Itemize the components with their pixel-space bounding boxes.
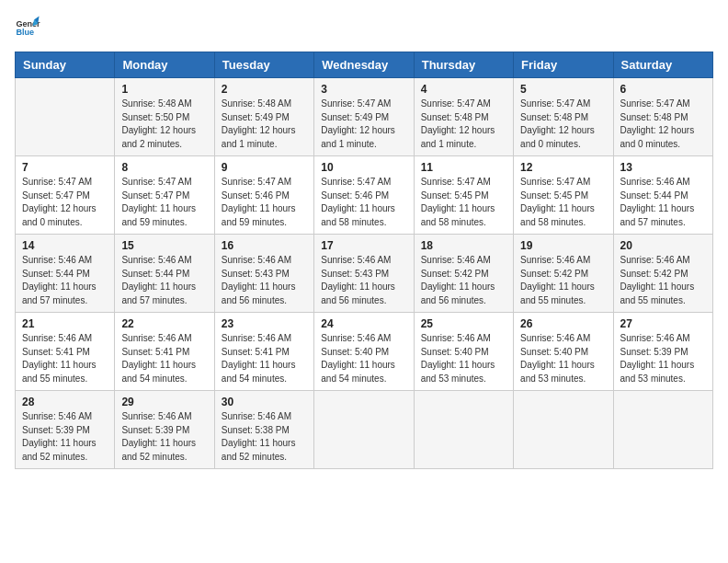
- day-cell: 26Sunrise: 5:46 AM Sunset: 5:40 PM Dayli…: [514, 313, 613, 391]
- day-cell: 5Sunrise: 5:47 AM Sunset: 5:48 PM Daylig…: [514, 78, 613, 156]
- day-cell: 22Sunrise: 5:46 AM Sunset: 5:41 PM Dayli…: [115, 313, 214, 391]
- day-number: 9: [222, 161, 307, 174]
- day-number: 2: [222, 83, 307, 96]
- day-cell: 15Sunrise: 5:46 AM Sunset: 5:44 PM Dayli…: [115, 235, 214, 313]
- day-number: 16: [222, 239, 307, 252]
- day-cell: 20Sunrise: 5:46 AM Sunset: 5:42 PM Dayli…: [613, 235, 712, 313]
- day-cell: 13Sunrise: 5:46 AM Sunset: 5:44 PM Dayli…: [613, 156, 712, 235]
- day-number: 4: [421, 83, 506, 96]
- day-cell: 30Sunrise: 5:46 AM Sunset: 5:38 PM Dayli…: [214, 391, 313, 469]
- day-detail: Sunrise: 5:48 AM Sunset: 5:50 PM Dayligh…: [121, 98, 207, 151]
- day-cell: 16Sunrise: 5:46 AM Sunset: 5:43 PM Dayli…: [214, 235, 313, 313]
- day-number: 5: [520, 83, 606, 96]
- day-cell: 9Sunrise: 5:47 AM Sunset: 5:46 PM Daylig…: [214, 156, 313, 235]
- day-number: 3: [321, 83, 406, 96]
- day-detail: Sunrise: 5:46 AM Sunset: 5:40 PM Dayligh…: [520, 332, 606, 385]
- day-detail: Sunrise: 5:46 AM Sunset: 5:38 PM Dayligh…: [222, 410, 307, 464]
- svg-text:Blue: Blue: [16, 28, 34, 37]
- day-number: 1: [121, 83, 207, 96]
- day-number: 10: [321, 161, 406, 174]
- day-cell: 18Sunrise: 5:46 AM Sunset: 5:42 PM Dayli…: [414, 235, 513, 313]
- day-cell: 7Sunrise: 5:47 AM Sunset: 5:47 PM Daylig…: [16, 156, 115, 235]
- day-detail: Sunrise: 5:46 AM Sunset: 5:43 PM Dayligh…: [222, 254, 307, 307]
- day-detail: Sunrise: 5:47 AM Sunset: 5:47 PM Dayligh…: [121, 176, 207, 229]
- day-cell: [613, 391, 712, 469]
- day-cell: [16, 78, 115, 156]
- day-cell: 27Sunrise: 5:46 AM Sunset: 5:39 PM Dayli…: [613, 313, 712, 391]
- day-cell: 28Sunrise: 5:46 AM Sunset: 5:39 PM Dayli…: [16, 391, 115, 469]
- week-row-2: 7Sunrise: 5:47 AM Sunset: 5:47 PM Daylig…: [16, 156, 713, 235]
- day-cell: 8Sunrise: 5:47 AM Sunset: 5:47 PM Daylig…: [115, 156, 214, 235]
- day-number: 28: [22, 396, 108, 408]
- day-number: 12: [520, 161, 606, 174]
- day-number: 24: [321, 317, 406, 330]
- day-detail: Sunrise: 5:47 AM Sunset: 5:48 PM Dayligh…: [421, 98, 506, 151]
- day-cell: 1Sunrise: 5:48 AM Sunset: 5:50 PM Daylig…: [115, 78, 214, 156]
- day-number: 29: [121, 396, 207, 408]
- day-detail: Sunrise: 5:46 AM Sunset: 5:39 PM Dayligh…: [620, 332, 706, 385]
- day-cell: 11Sunrise: 5:47 AM Sunset: 5:45 PM Dayli…: [414, 156, 513, 235]
- day-number: 26: [520, 317, 606, 330]
- day-cell: [514, 391, 613, 469]
- day-detail: Sunrise: 5:47 AM Sunset: 5:46 PM Dayligh…: [321, 176, 406, 229]
- day-cell: 17Sunrise: 5:46 AM Sunset: 5:43 PM Dayli…: [314, 235, 414, 313]
- day-detail: Sunrise: 5:47 AM Sunset: 5:49 PM Dayligh…: [321, 98, 406, 151]
- day-number: 8: [121, 161, 207, 174]
- column-header-saturday: Saturday: [613, 52, 712, 78]
- day-cell: 2Sunrise: 5:48 AM Sunset: 5:49 PM Daylig…: [214, 78, 313, 156]
- day-detail: Sunrise: 5:46 AM Sunset: 5:42 PM Dayligh…: [421, 254, 506, 307]
- day-detail: Sunrise: 5:47 AM Sunset: 5:45 PM Dayligh…: [421, 176, 506, 229]
- day-detail: Sunrise: 5:47 AM Sunset: 5:45 PM Dayligh…: [520, 176, 606, 229]
- day-detail: Sunrise: 5:46 AM Sunset: 5:39 PM Dayligh…: [121, 410, 207, 464]
- day-detail: Sunrise: 5:46 AM Sunset: 5:39 PM Dayligh…: [22, 410, 108, 464]
- day-number: 18: [421, 239, 506, 252]
- week-row-1: 1Sunrise: 5:48 AM Sunset: 5:50 PM Daylig…: [16, 78, 713, 156]
- day-number: 15: [121, 239, 207, 252]
- header-row: SundayMondayTuesdayWednesdayThursdayFrid…: [16, 52, 713, 78]
- day-detail: Sunrise: 5:47 AM Sunset: 5:48 PM Dayligh…: [520, 98, 606, 151]
- day-detail: Sunrise: 5:46 AM Sunset: 5:44 PM Dayligh…: [121, 254, 207, 307]
- day-cell: 14Sunrise: 5:46 AM Sunset: 5:44 PM Dayli…: [16, 235, 115, 313]
- day-cell: 4Sunrise: 5:47 AM Sunset: 5:48 PM Daylig…: [414, 78, 513, 156]
- day-number: 13: [620, 161, 706, 174]
- day-cell: 12Sunrise: 5:47 AM Sunset: 5:45 PM Dayli…: [514, 156, 613, 235]
- column-header-tuesday: Tuesday: [214, 52, 313, 78]
- day-detail: Sunrise: 5:46 AM Sunset: 5:43 PM Dayligh…: [321, 254, 406, 307]
- day-detail: Sunrise: 5:47 AM Sunset: 5:48 PM Dayligh…: [620, 98, 706, 151]
- day-detail: Sunrise: 5:46 AM Sunset: 5:44 PM Dayligh…: [22, 254, 108, 307]
- column-header-monday: Monday: [115, 52, 214, 78]
- day-number: 25: [421, 317, 506, 330]
- day-number: 11: [421, 161, 506, 174]
- day-detail: Sunrise: 5:47 AM Sunset: 5:46 PM Dayligh…: [222, 176, 307, 229]
- day-number: 23: [222, 317, 307, 330]
- day-detail: Sunrise: 5:46 AM Sunset: 5:40 PM Dayligh…: [421, 332, 506, 385]
- logo: General Blue: [15, 15, 40, 40]
- day-detail: Sunrise: 5:46 AM Sunset: 5:42 PM Dayligh…: [520, 254, 606, 307]
- day-number: 17: [321, 239, 406, 252]
- day-number: 14: [22, 239, 108, 252]
- day-detail: Sunrise: 5:46 AM Sunset: 5:41 PM Dayligh…: [222, 332, 307, 385]
- general-blue-logo-icon: General Blue: [15, 15, 40, 40]
- column-header-thursday: Thursday: [414, 52, 513, 78]
- day-cell: [414, 391, 513, 469]
- day-cell: 6Sunrise: 5:47 AM Sunset: 5:48 PM Daylig…: [613, 78, 712, 156]
- day-number: 30: [222, 396, 307, 408]
- day-cell: 29Sunrise: 5:46 AM Sunset: 5:39 PM Dayli…: [115, 391, 214, 469]
- day-cell: 24Sunrise: 5:46 AM Sunset: 5:40 PM Dayli…: [314, 313, 414, 391]
- week-row-5: 28Sunrise: 5:46 AM Sunset: 5:39 PM Dayli…: [16, 391, 713, 469]
- day-cell: 21Sunrise: 5:46 AM Sunset: 5:41 PM Dayli…: [16, 313, 115, 391]
- day-cell: 19Sunrise: 5:46 AM Sunset: 5:42 PM Dayli…: [514, 235, 613, 313]
- day-cell: 23Sunrise: 5:46 AM Sunset: 5:41 PM Dayli…: [214, 313, 313, 391]
- day-detail: Sunrise: 5:48 AM Sunset: 5:49 PM Dayligh…: [222, 98, 307, 151]
- day-cell: 10Sunrise: 5:47 AM Sunset: 5:46 PM Dayli…: [314, 156, 414, 235]
- calendar-body: 1Sunrise: 5:48 AM Sunset: 5:50 PM Daylig…: [16, 78, 713, 469]
- day-number: 19: [520, 239, 606, 252]
- day-number: 27: [620, 317, 706, 330]
- day-number: 20: [620, 239, 706, 252]
- day-detail: Sunrise: 5:46 AM Sunset: 5:42 PM Dayligh…: [620, 254, 706, 307]
- day-cell: 25Sunrise: 5:46 AM Sunset: 5:40 PM Dayli…: [414, 313, 513, 391]
- column-header-sunday: Sunday: [16, 52, 115, 78]
- day-detail: Sunrise: 5:46 AM Sunset: 5:41 PM Dayligh…: [22, 332, 108, 385]
- day-detail: Sunrise: 5:46 AM Sunset: 5:40 PM Dayligh…: [321, 332, 406, 385]
- page-header: General Blue: [15, 15, 713, 40]
